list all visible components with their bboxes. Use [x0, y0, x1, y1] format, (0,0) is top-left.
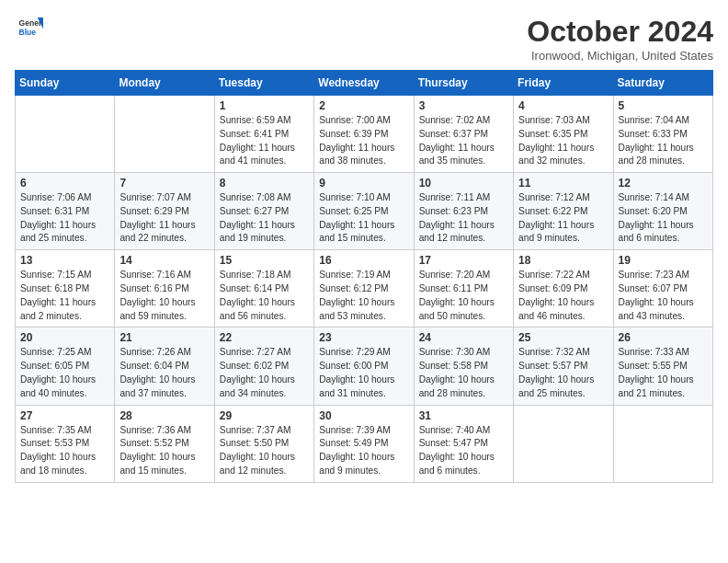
daylight: Daylight: 11 hours and 19 minutes.	[220, 220, 295, 244]
calendar-cell: 31Sunrise: 7:40 AMSunset: 5:47 PMDayligh…	[414, 405, 513, 482]
sunset: Sunset: 6:12 PM	[319, 283, 388, 293]
daylight: Daylight: 10 hours and 9 minutes.	[319, 452, 394, 476]
day-info: Sunrise: 7:25 AMSunset: 6:05 PMDaylight:…	[20, 346, 109, 400]
daylight: Daylight: 10 hours and 31 minutes.	[319, 374, 394, 398]
day-info: Sunrise: 7:32 AMSunset: 5:57 PMDaylight:…	[518, 346, 608, 400]
sunset: Sunset: 6:41 PM	[220, 129, 289, 139]
sunrise: Sunrise: 7:29 AM	[319, 347, 391, 357]
weekday-header-row: SundayMondayTuesdayWednesdayThursdayFrid…	[16, 71, 713, 96]
day-number: 22	[220, 331, 309, 344]
logo: General Blue	[15, 15, 43, 44]
calendar-cell: 23Sunrise: 7:29 AMSunset: 6:00 PMDayligh…	[314, 327, 414, 405]
sunrise: Sunrise: 7:14 AM	[619, 192, 690, 202]
daylight: Daylight: 11 hours and 6 minutes.	[619, 220, 694, 244]
day-number: 30	[319, 409, 408, 422]
day-number: 24	[419, 331, 508, 344]
daylight: Daylight: 10 hours and 43 minutes.	[619, 297, 694, 321]
day-info: Sunrise: 7:02 AMSunset: 6:37 PMDaylight:…	[419, 114, 508, 168]
calendar-cell: 28Sunrise: 7:36 AMSunset: 5:52 PMDayligh…	[115, 405, 214, 482]
sunrise: Sunrise: 7:26 AM	[119, 347, 191, 357]
sunrise: Sunrise: 7:10 AM	[319, 192, 391, 202]
sunset: Sunset: 6:31 PM	[20, 206, 89, 216]
daylight: Daylight: 11 hours and 15 minutes.	[319, 220, 394, 244]
day-number: 29	[220, 409, 309, 422]
sunset: Sunset: 6:39 PM	[319, 129, 388, 139]
calendar-cell: 22Sunrise: 7:27 AMSunset: 6:02 PMDayligh…	[214, 327, 313, 405]
day-number: 21	[119, 331, 209, 344]
daylight: Daylight: 10 hours and 18 minutes.	[20, 452, 96, 476]
day-number: 28	[119, 409, 209, 422]
header: General Blue October 2024 Ironwood, Mich…	[15, 15, 713, 63]
day-number: 6	[20, 177, 109, 190]
calendar-cell: 6Sunrise: 7:06 AMSunset: 6:31 PMDaylight…	[16, 173, 115, 250]
day-info: Sunrise: 7:14 AMSunset: 6:20 PMDaylight:…	[619, 191, 708, 246]
daylight: Daylight: 11 hours and 2 minutes.	[20, 297, 96, 321]
daylight: Daylight: 10 hours and 6 minutes.	[419, 452, 495, 476]
day-number: 16	[319, 254, 408, 267]
day-info: Sunrise: 7:06 AMSunset: 6:31 PMDaylight:…	[20, 191, 109, 246]
day-number: 4	[518, 99, 608, 112]
sunset: Sunset: 6:16 PM	[119, 283, 188, 293]
sunrise: Sunrise: 7:20 AM	[419, 270, 491, 280]
daylight: Daylight: 10 hours and 12 minutes.	[220, 452, 295, 476]
calendar-cell: 11Sunrise: 7:12 AMSunset: 6:22 PMDayligh…	[514, 173, 613, 250]
daylight: Daylight: 10 hours and 59 minutes.	[119, 297, 195, 321]
day-info: Sunrise: 7:11 AMSunset: 6:23 PMDaylight:…	[419, 191, 508, 246]
day-info: Sunrise: 6:59 AMSunset: 6:41 PMDaylight:…	[220, 114, 309, 168]
day-info: Sunrise: 7:19 AMSunset: 6:12 PMDaylight:…	[319, 269, 408, 323]
sunset: Sunset: 6:29 PM	[119, 206, 188, 216]
sunrise: Sunrise: 7:15 AM	[20, 270, 92, 280]
day-number: 14	[119, 254, 209, 267]
weekday-saturday: Saturday	[613, 71, 712, 96]
day-info: Sunrise: 7:23 AMSunset: 6:07 PMDaylight:…	[619, 269, 708, 323]
day-info: Sunrise: 7:16 AMSunset: 6:16 PMDaylight:…	[119, 269, 209, 323]
sunrise: Sunrise: 7:30 AM	[419, 347, 491, 357]
calendar-week-2: 6Sunrise: 7:06 AMSunset: 6:31 PMDaylight…	[16, 173, 713, 250]
calendar-cell	[514, 405, 613, 482]
daylight: Daylight: 11 hours and 28 minutes.	[619, 143, 694, 167]
sunset: Sunset: 6:33 PM	[619, 129, 688, 139]
day-info: Sunrise: 7:07 AMSunset: 6:29 PMDaylight:…	[119, 191, 209, 246]
day-number: 11	[518, 177, 608, 190]
calendar-cell: 24Sunrise: 7:30 AMSunset: 5:58 PMDayligh…	[414, 327, 513, 405]
daylight: Daylight: 11 hours and 25 minutes.	[20, 220, 96, 244]
day-info: Sunrise: 7:15 AMSunset: 6:18 PMDaylight:…	[20, 269, 109, 323]
sunset: Sunset: 5:58 PM	[419, 361, 488, 371]
day-info: Sunrise: 7:12 AMSunset: 6:22 PMDaylight:…	[518, 191, 608, 246]
sunrise: Sunrise: 7:32 AM	[518, 347, 590, 357]
sunrise: Sunrise: 7:25 AM	[20, 347, 92, 357]
day-info: Sunrise: 7:40 AMSunset: 5:47 PMDaylight:…	[419, 424, 508, 478]
sunrise: Sunrise: 7:39 AM	[319, 425, 391, 435]
calendar-cell: 14Sunrise: 7:16 AMSunset: 6:16 PMDayligh…	[115, 250, 214, 327]
sunrise: Sunrise: 7:04 AM	[619, 115, 690, 125]
sunset: Sunset: 5:50 PM	[220, 438, 289, 448]
calendar-cell: 15Sunrise: 7:18 AMSunset: 6:14 PMDayligh…	[214, 250, 313, 327]
daylight: Daylight: 11 hours and 38 minutes.	[319, 143, 394, 167]
calendar-cell	[16, 96, 115, 173]
day-number: 7	[119, 177, 209, 190]
calendar-cell: 18Sunrise: 7:22 AMSunset: 6:09 PMDayligh…	[514, 250, 613, 327]
calendar-cell: 1Sunrise: 6:59 AMSunset: 6:41 PMDaylight…	[214, 96, 313, 173]
weekday-sunday: Sunday	[16, 71, 115, 96]
daylight: Daylight: 10 hours and 56 minutes.	[220, 297, 295, 321]
sunset: Sunset: 6:00 PM	[319, 361, 388, 371]
calendar-cell: 7Sunrise: 7:07 AMSunset: 6:29 PMDaylight…	[115, 173, 214, 250]
sunset: Sunset: 6:07 PM	[619, 283, 688, 293]
daylight: Daylight: 10 hours and 50 minutes.	[419, 297, 495, 321]
sunset: Sunset: 6:18 PM	[20, 283, 89, 293]
day-number: 27	[20, 409, 109, 422]
sunrise: Sunrise: 7:16 AM	[119, 270, 191, 280]
daylight: Daylight: 10 hours and 25 minutes.	[518, 374, 594, 398]
day-number: 19	[619, 254, 708, 267]
day-number: 2	[319, 99, 408, 112]
sunset: Sunset: 6:09 PM	[518, 283, 587, 293]
day-number: 10	[419, 177, 508, 190]
sunrise: Sunrise: 7:40 AM	[419, 425, 491, 435]
daylight: Daylight: 10 hours and 21 minutes.	[619, 374, 694, 398]
sunset: Sunset: 5:52 PM	[119, 438, 188, 448]
weekday-thursday: Thursday	[414, 71, 513, 96]
calendar-week-3: 13Sunrise: 7:15 AMSunset: 6:18 PMDayligh…	[16, 250, 713, 327]
daylight: Daylight: 11 hours and 22 minutes.	[119, 220, 195, 244]
calendar-cell: 30Sunrise: 7:39 AMSunset: 5:49 PMDayligh…	[314, 405, 414, 482]
calendar-table: SundayMondayTuesdayWednesdayThursdayFrid…	[15, 70, 713, 483]
